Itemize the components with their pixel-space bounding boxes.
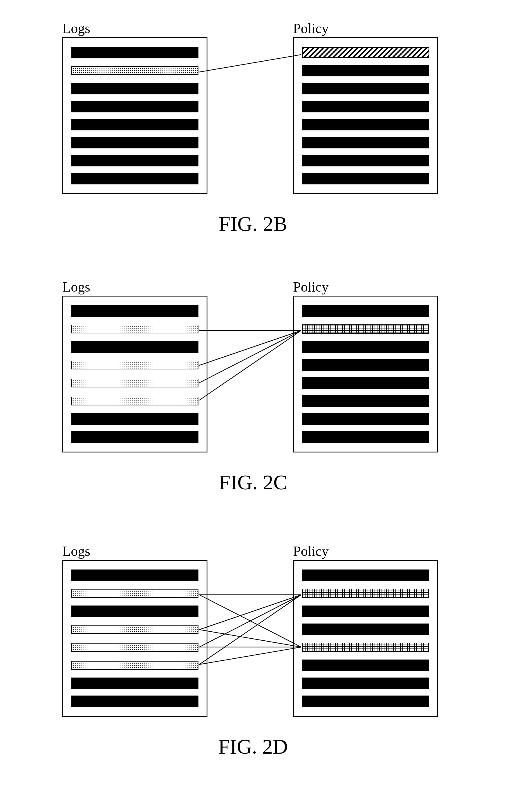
logs-panel-row-solid [71,678,198,689]
logs-panel-row-solid [71,137,198,148]
policy-panel-row-solid [302,155,429,166]
policy-panel-row-solid [302,119,429,130]
logs-panel-row-solid [71,569,198,581]
logs-panel-row-dotted [71,66,198,75]
connector-line [199,595,301,647]
fig-2c: LogsPolicyFIG. 2C [0,279,506,459]
policy-panel-row-solid [302,660,429,671]
logs-panel-row-solid [71,155,198,166]
logs-panel-row-solid [71,695,198,707]
policy-panel-row-solid [302,623,429,635]
figure-caption: FIG. 2D [0,735,506,759]
logs-panel [62,37,207,194]
logs-panel [62,560,207,717]
policy-panel-row-solid [302,137,429,148]
policy-panel-row-solid [302,678,429,689]
policy-label: Policy [293,543,329,559]
logs-panel-row-dotted [71,325,198,333]
policy-panel-row-solid [302,431,429,443]
logs-panel-row-solid [71,413,198,425]
policy-panel-row-solid [302,173,429,185]
policy-panel-row-solid [302,65,429,76]
connector-line [199,331,301,365]
connector-line [199,595,301,665]
logs-panel-row-solid [71,47,198,58]
policy-panel-row-crosshatch [302,643,429,652]
logs-panel-row-solid [71,341,198,353]
policy-panel-row-solid [302,395,429,407]
policy-panel-row-solid [302,83,429,94]
connector-line [199,595,301,630]
connector-line [199,630,301,647]
logs-panel-row-dotted [71,397,198,405]
logs-panel-row-dotted [71,589,198,598]
policy-panel-row-solid [302,101,429,113]
connector-line [199,595,301,647]
logs-label: Logs [62,543,90,559]
policy-panel-row-solid [302,695,429,707]
logs-panel-row-dotted [71,361,198,369]
policy-label: Policy [293,20,329,36]
policy-panel-row-diag [302,47,429,58]
logs-label: Logs [62,20,90,36]
connector-line [199,331,301,383]
policy-panel-row-solid [302,341,429,353]
connector-line [199,331,301,400]
logs-panel-row-solid [71,101,198,113]
policy-panel [293,296,438,453]
figure-caption: FIG. 2B [0,212,506,236]
logs-panel-row-dotted [71,643,198,652]
logs-panel-row-solid [71,119,198,130]
policy-panel-row-crosshatch [302,324,429,334]
logs-panel-row-solid [71,83,198,94]
logs-label: Logs [62,279,90,295]
policy-panel-row-solid [302,359,429,371]
fig-2d: LogsPolicyFIG. 2D [0,543,506,723]
logs-panel-row-solid [71,305,198,317]
panel-pair: LogsPolicy [0,543,506,723]
policy-panel [293,37,438,194]
logs-panel [62,296,207,453]
policy-panel-row-solid [302,413,429,425]
panel-pair: LogsPolicy [0,20,506,200]
fig-2b: LogsPolicyFIG. 2B [0,20,506,200]
policy-panel-row-solid [302,377,429,389]
logs-panel-row-solid [71,173,198,185]
policy-panel-row-crosshatch [302,589,429,598]
policy-panel-row-solid [302,569,429,581]
figure-caption: FIG. 2C [0,470,506,494]
policy-panel-row-solid [302,305,429,317]
logs-panel-row-solid [71,431,198,443]
logs-panel-row-solid [71,606,198,617]
panel-pair: LogsPolicy [0,279,506,459]
policy-panel [293,560,438,717]
policy-label: Policy [293,279,329,295]
logs-panel-row-dotted [71,625,198,634]
logs-panel-row-dotted [71,379,198,388]
connector-line [199,647,301,665]
policy-panel-row-solid [302,606,429,617]
connector-line [199,55,301,72]
logs-panel-row-dotted [71,661,198,670]
